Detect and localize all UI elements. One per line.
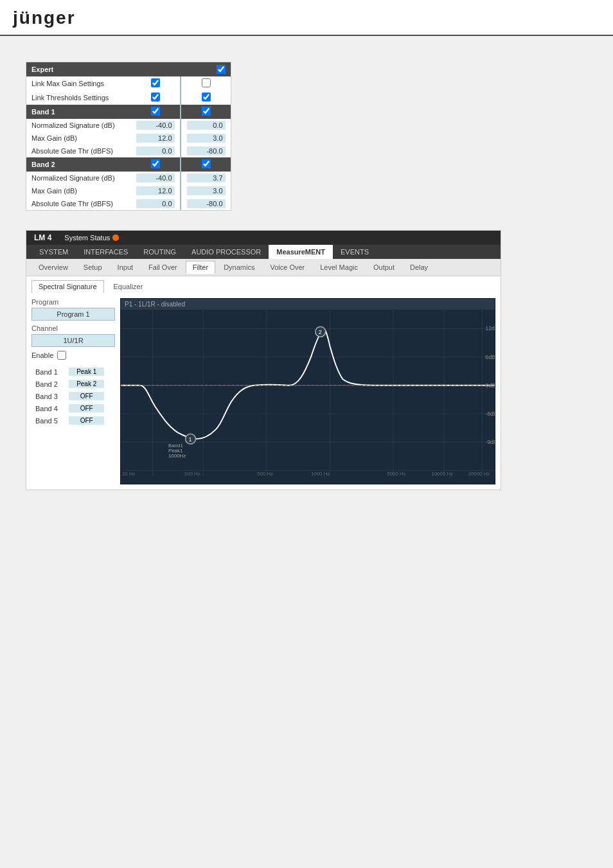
band3-type-input[interactable]	[69, 392, 104, 400]
svg-text:10000 Hz: 10000 Hz	[431, 471, 453, 477]
band1-norm-sig-label: Normalized Signature (dB)	[26, 119, 130, 132]
subtab-filter[interactable]: Filter	[186, 261, 215, 274]
svg-text:2: 2	[319, 329, 322, 335]
band1-type-input[interactable]	[69, 368, 104, 376]
list-item: Band 1	[33, 366, 114, 377]
subtab-failover[interactable]: Fail Over	[141, 261, 184, 274]
table-row: Max Gain (dB)	[26, 184, 231, 197]
link-max-gain-checkbox-2[interactable]	[202, 78, 211, 87]
band2-max-val-1	[130, 184, 181, 197]
table-row: Absolute Gate Thr (dBFS)	[26, 197, 231, 210]
subtab-input[interactable]: Input	[111, 261, 140, 274]
subtab-setup[interactable]: Setup	[76, 261, 109, 274]
band2-row-label: Band 2	[33, 378, 65, 389]
table-row: Link Thresholds Settings	[26, 91, 231, 105]
band1-label: Band 1	[26, 105, 130, 119]
band2-row-value	[66, 378, 114, 389]
link-max-gain-checkbox-1[interactable]	[151, 78, 160, 87]
band5-type-input[interactable]	[69, 416, 104, 425]
program-section: Program Program 1	[31, 298, 115, 321]
link-max-gain-check-col1	[130, 76, 181, 91]
program-label: Program	[31, 298, 115, 306]
lm4-titlebar: LM 4 System Status	[26, 231, 501, 245]
tab-routing[interactable]: ROUTING	[136, 245, 184, 259]
channel-section: Channel 1U/1R	[31, 324, 115, 347]
band1-norm-input-2[interactable]	[187, 121, 226, 130]
band2-gate-val-2	[181, 197, 231, 210]
svg-text:1000Hz: 1000Hz	[168, 453, 186, 459]
table-row: Link Max Gain Settings	[26, 76, 231, 91]
band1-gate-input-2[interactable]	[187, 146, 226, 155]
system-status: System Status	[64, 234, 119, 242]
nav-tabs: SYSTEM INTERFACES ROUTING AUDIO PROCESSO…	[26, 245, 501, 259]
expert-panel-header: Expert	[26, 62, 231, 76]
band-table: Band 1 Band 2 Band 3 Band 4	[31, 365, 115, 427]
list-item: Band 4	[33, 403, 114, 414]
subtab-dynamics[interactable]: Dynamics	[217, 261, 262, 274]
band2-row-header: Band 2	[26, 157, 231, 172]
band2-norm-input-2[interactable]	[187, 173, 226, 182]
band1-norm-val-2	[181, 119, 231, 132]
expert-title: Expert	[31, 66, 53, 73]
enable-label: Enable	[31, 351, 53, 359]
band1-max-input-2[interactable]	[187, 134, 226, 143]
svg-text:100 Hz: 100 Hz	[184, 471, 200, 477]
panel-tab-spectral[interactable]: Spectral Signature	[31, 280, 104, 293]
link-max-gain-check-col2	[181, 76, 231, 91]
band2-norm-val-2	[181, 172, 231, 184]
list-item: Band 5	[33, 415, 114, 426]
band1-row-label: Band 1	[33, 366, 65, 377]
left-sidebar: Program Program 1 Channel 1U/1R Enable B…	[31, 298, 115, 484]
svg-text:-9dB: -9dB	[485, 439, 495, 445]
band2-gate-label: Absolute Gate Thr (dBFS)	[26, 197, 130, 210]
tab-measurement[interactable]: MeasureMENT	[269, 245, 333, 259]
band1-norm-input-1[interactable]	[136, 121, 175, 130]
logo: jünger	[13, 8, 76, 35]
subtab-voiceover[interactable]: Voice Over	[263, 261, 312, 274]
enable-checkbox[interactable]	[57, 351, 66, 360]
band1-checkbox-1[interactable]	[151, 107, 160, 116]
band1-max-input-1[interactable]	[136, 134, 175, 143]
band2-type-input[interactable]	[69, 380, 104, 388]
band1-checkbox-2[interactable]	[202, 107, 211, 116]
table-row: Absolute Gate Thr (dBFS)	[26, 145, 231, 157]
panel-tabs: Spectral Signature Equalizer	[26, 276, 501, 293]
chart-title: P1 - 1L/1R - disabled	[121, 299, 495, 310]
tab-events[interactable]: EVENTS	[333, 245, 377, 259]
link-thresholds-checkbox-2[interactable]	[202, 93, 211, 102]
band2-norm-val-1	[130, 172, 181, 184]
band3-row-label: Band 3	[33, 391, 65, 402]
link-thresholds-check-col2	[181, 91, 231, 105]
svg-text:0dB: 0dB	[485, 382, 495, 389]
subtab-output[interactable]: Output	[366, 261, 402, 274]
subtab-overview[interactable]: Overview	[31, 261, 75, 274]
band1-gate-input-1[interactable]	[136, 146, 175, 155]
panel-body: Program Program 1 Channel 1U/1R Enable B…	[26, 293, 501, 490]
band2-max-input-2[interactable]	[187, 186, 226, 195]
subtab-delay[interactable]: Delay	[403, 261, 435, 274]
list-item: Band 2	[33, 378, 114, 389]
band1-row-header: Band 1	[26, 105, 231, 119]
subtab-levelmagic[interactable]: Level Magic	[313, 261, 365, 274]
band2-max-val-2	[181, 184, 231, 197]
band2-checkbox-2[interactable]	[202, 159, 211, 168]
band4-type-input[interactable]	[69, 404, 104, 412]
link-thresholds-checkbox-1[interactable]	[151, 93, 160, 102]
svg-text:1000 Hz: 1000 Hz	[311, 471, 330, 477]
table-row: Normalized Signature (dB)	[26, 119, 231, 132]
band2-max-input-1[interactable]	[136, 186, 175, 195]
tab-interfaces[interactable]: INTERFACES	[76, 245, 136, 259]
band2-checkbox-1[interactable]	[151, 159, 160, 168]
header: jünger	[0, 0, 613, 36]
tab-system[interactable]: SYSTEM	[31, 245, 76, 259]
expert-checkbox[interactable]	[217, 65, 226, 74]
band2-gate-input-2[interactable]	[187, 199, 226, 208]
band2-norm-input-1[interactable]	[136, 173, 175, 182]
panel-tab-equalizer[interactable]: Equalizer	[107, 280, 150, 293]
tab-audio-processor[interactable]: AUDIO PROCESSOR	[184, 245, 269, 259]
band2-gate-val-1	[130, 197, 181, 210]
band2-gate-input-1[interactable]	[136, 199, 175, 208]
band1-gate-val-1	[130, 145, 181, 157]
program-value: Program 1	[31, 308, 115, 321]
list-item: Band 3	[33, 391, 114, 402]
